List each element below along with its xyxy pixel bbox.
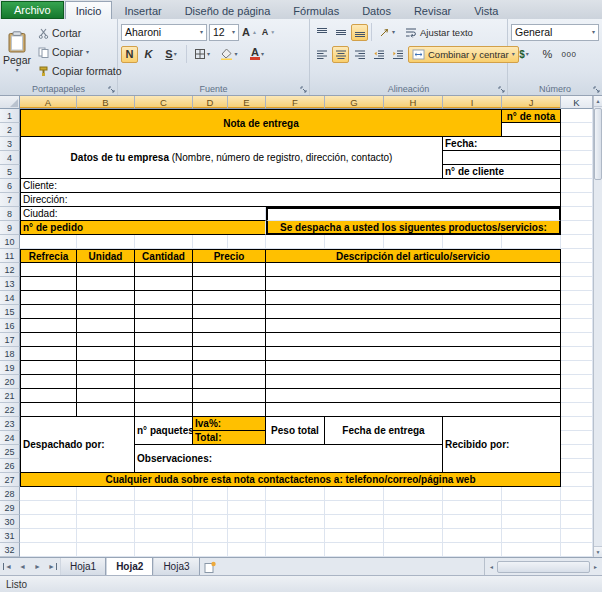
item-desc-cell[interactable] xyxy=(266,291,561,305)
row-header[interactable]: 17 xyxy=(0,333,20,347)
cell[interactable] xyxy=(561,277,593,291)
item-unit-cell[interactable] xyxy=(77,277,135,291)
cell[interactable] xyxy=(561,529,593,543)
dialog-launcher-icon[interactable] xyxy=(300,86,307,93)
item-unit-cell[interactable] xyxy=(77,389,135,403)
cell[interactable] xyxy=(228,501,266,515)
cell[interactable] xyxy=(561,137,593,151)
vertical-scroll-thumb[interactable] xyxy=(594,108,602,180)
client-number-cell[interactable]: n° de cliente xyxy=(443,165,561,179)
item-desc-cell[interactable] xyxy=(266,305,561,319)
row-header[interactable]: 27 xyxy=(0,473,20,487)
dispatch-header-cell[interactable] xyxy=(266,207,561,221)
cell[interactable] xyxy=(561,263,593,277)
tab-datos[interactable]: Datos xyxy=(351,2,402,19)
item-qty-cell[interactable] xyxy=(135,403,193,417)
row-header[interactable]: 28 xyxy=(0,487,20,501)
italic-button[interactable]: K xyxy=(140,46,157,63)
cell[interactable] xyxy=(561,473,593,487)
cell[interactable] xyxy=(561,333,593,347)
horizontal-scrollbar[interactable]: ◄ ► xyxy=(484,558,602,575)
cell[interactable] xyxy=(193,235,228,249)
cell[interactable] xyxy=(20,515,77,529)
align-left-button[interactable] xyxy=(313,46,330,63)
item-desc-cell[interactable] xyxy=(266,361,561,375)
sheet-tab-hoja3[interactable]: Hoja3 xyxy=(153,558,199,575)
note-number-value-cell[interactable] xyxy=(502,123,561,137)
item-price-cell[interactable] xyxy=(193,389,266,403)
item-qty-cell[interactable] xyxy=(135,361,193,375)
cell[interactable] xyxy=(561,403,593,417)
row-header[interactable]: 21 xyxy=(0,389,20,403)
tab-vista[interactable]: Vista xyxy=(463,2,509,19)
paste-button[interactable]: Pegar ▾ xyxy=(3,22,31,82)
row-header[interactable]: 6 xyxy=(0,179,20,193)
packages-cell[interactable]: n° paquetes xyxy=(135,417,193,445)
align-center-button[interactable] xyxy=(332,46,349,63)
cell[interactable] xyxy=(384,529,443,543)
item-desc-cell[interactable] xyxy=(266,375,561,389)
insert-sheet-button[interactable] xyxy=(200,558,220,575)
cell[interactable] xyxy=(443,515,502,529)
row-header[interactable]: 22 xyxy=(0,403,20,417)
row-header[interactable]: 18 xyxy=(0,347,20,361)
font-size-select[interactable]: 12▾ xyxy=(209,24,239,41)
item-ref-cell[interactable] xyxy=(20,389,77,403)
item-ref-cell[interactable] xyxy=(20,319,77,333)
item-ref-cell[interactable] xyxy=(20,375,77,389)
item-price-cell[interactable] xyxy=(193,291,266,305)
row-header[interactable]: 8 xyxy=(0,207,20,221)
row-header[interactable]: 10 xyxy=(0,235,20,249)
cell[interactable] xyxy=(561,221,593,235)
cell[interactable] xyxy=(443,235,502,249)
item-unit-cell[interactable] xyxy=(77,319,135,333)
column-header[interactable]: D xyxy=(193,96,228,109)
row-header[interactable]: 5 xyxy=(0,165,20,179)
item-ref-cell[interactable] xyxy=(20,277,77,291)
header-unit-cell[interactable]: Unidad xyxy=(77,249,135,263)
cell[interactable] xyxy=(443,501,502,515)
item-ref-cell[interactable] xyxy=(20,333,77,347)
cell[interactable] xyxy=(135,235,193,249)
item-desc-cell[interactable] xyxy=(266,333,561,347)
cell[interactable] xyxy=(502,515,561,529)
cell[interactable] xyxy=(561,459,593,473)
cell[interactable] xyxy=(502,529,561,543)
cell[interactable] xyxy=(135,543,193,557)
item-ref-cell[interactable] xyxy=(20,263,77,277)
cell[interactable] xyxy=(228,529,266,543)
cell[interactable] xyxy=(561,291,593,305)
item-price-cell[interactable] xyxy=(193,347,266,361)
item-desc-cell[interactable] xyxy=(266,319,561,333)
cell[interactable] xyxy=(443,543,502,557)
cell[interactable] xyxy=(384,515,443,529)
order-number-cell[interactable]: n° de pedido xyxy=(20,221,266,235)
cell[interactable] xyxy=(561,207,593,221)
cell[interactable] xyxy=(561,375,593,389)
cell[interactable] xyxy=(228,515,266,529)
cell[interactable] xyxy=(193,487,228,501)
row-header[interactable]: 29 xyxy=(0,501,20,515)
cell[interactable] xyxy=(502,501,561,515)
item-desc-cell[interactable] xyxy=(266,347,561,361)
item-unit-cell[interactable] xyxy=(77,347,135,361)
item-price-cell[interactable] xyxy=(193,403,266,417)
item-unit-cell[interactable] xyxy=(77,375,135,389)
scroll-left-button[interactable]: ◄ xyxy=(486,564,497,570)
item-desc-cell[interactable] xyxy=(266,389,561,403)
cell[interactable] xyxy=(561,235,593,249)
cut-button[interactable]: Cortar xyxy=(34,25,125,42)
item-price-cell[interactable] xyxy=(193,263,266,277)
item-unit-cell[interactable] xyxy=(77,403,135,417)
column-header[interactable]: I xyxy=(443,96,502,109)
row-header[interactable]: 9 xyxy=(0,221,20,235)
weight-cell[interactable]: Peso total xyxy=(266,417,325,445)
align-right-button[interactable] xyxy=(351,46,368,63)
received-by-cell[interactable]: Recibido por: xyxy=(443,417,561,473)
cell[interactable] xyxy=(384,487,443,501)
item-qty-cell[interactable] xyxy=(135,347,193,361)
vertical-scrollbar[interactable]: ▲ ▼ xyxy=(593,96,602,557)
cell[interactable] xyxy=(561,249,593,263)
percent-style-button[interactable]: % xyxy=(539,46,556,63)
number-format-select[interactable]: General▾ xyxy=(511,24,599,41)
